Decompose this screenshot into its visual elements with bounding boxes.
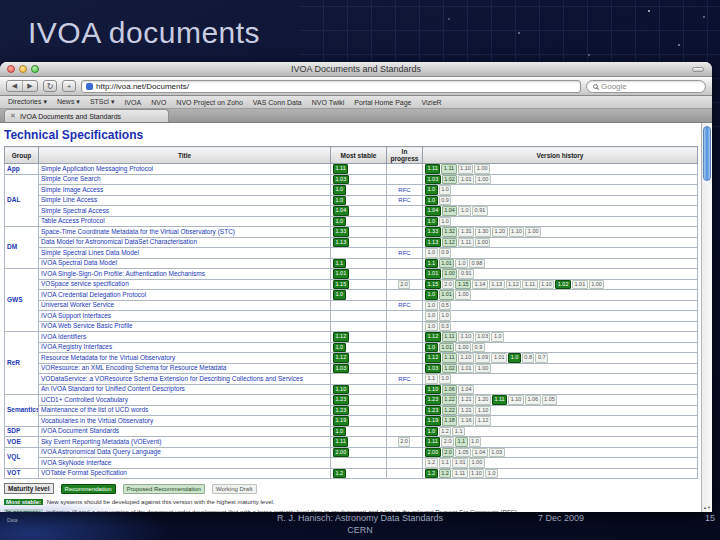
- document-link[interactable]: Vocabularies in the Virtual Observatory: [41, 417, 153, 424]
- document-link[interactable]: Universal Worker Service: [41, 301, 114, 308]
- version-history-cell: 1.01.011.000.9: [423, 342, 698, 353]
- back-button[interactable]: ◀: [7, 81, 22, 91]
- document-link[interactable]: UCD1+ Controlled Vocabulary: [41, 396, 128, 403]
- bookmark-item[interactable]: Portal Home Page: [354, 99, 411, 106]
- document-link[interactable]: Sky Event Reporting Metadata (VOEvent): [41, 438, 161, 445]
- document-link[interactable]: IVOA Document Standards: [41, 427, 119, 434]
- document-link[interactable]: IVOA Single-Sign-On Profile: Authenticat…: [41, 270, 205, 277]
- group-link[interactable]: ReR: [7, 359, 20, 366]
- document-link[interactable]: IVOA Registry Interfaces: [41, 343, 112, 350]
- scrollbar-thumb[interactable]: [703, 126, 711, 181]
- group-link[interactable]: Semantics: [7, 406, 39, 413]
- window-titlebar[interactable]: IVOA Documents and Standards: [0, 62, 712, 77]
- maturity-legend: Maturity level RecommendationProposed Re…: [4, 483, 701, 494]
- most-stable-cell: 1.15: [331, 279, 387, 290]
- most-stable-cell: [331, 458, 387, 469]
- version-box: 1.10: [508, 395, 524, 405]
- document-link[interactable]: IVOA Spectral Data Model: [41, 259, 117, 266]
- bookmark-item[interactable]: VAS Conn Data: [253, 99, 302, 106]
- rfc-link[interactable]: RFC: [398, 250, 410, 256]
- version-box: 1.04: [472, 448, 488, 458]
- document-link[interactable]: Simple Cone Search: [41, 175, 101, 182]
- in-progress-cell: [387, 384, 423, 395]
- version-box: 0.9: [439, 248, 452, 258]
- document-link[interactable]: VOSpace service specification: [41, 280, 129, 287]
- document-link[interactable]: VODataService: a VOResource Schema Exten…: [41, 375, 303, 382]
- document-link[interactable]: Simple Line Access: [41, 196, 97, 203]
- address-bar[interactable]: http://ivoa.net/Documents/: [81, 80, 581, 93]
- group-link[interactable]: VOE: [7, 438, 21, 445]
- document-link[interactable]: Data Model for Astronomical DataSet Char…: [41, 238, 197, 245]
- bookmark-item[interactable]: NVO: [151, 99, 166, 106]
- version-box: 1.13: [333, 238, 349, 248]
- group-link[interactable]: GWS: [7, 296, 23, 303]
- version-box: 1.05: [542, 395, 558, 405]
- table-row: ReRIVOA Identifiers1.121.121.111.101.031…: [5, 332, 698, 343]
- version-box: 1.03: [475, 332, 491, 342]
- document-link[interactable]: An IVOA Standard for Unified Content Des…: [41, 385, 185, 392]
- document-link[interactable]: IVOA SkyNode Interface: [41, 459, 111, 466]
- search-input[interactable]: Google: [586, 80, 706, 93]
- document-link[interactable]: VOTable Format Specification: [41, 469, 127, 476]
- group-link[interactable]: SDP: [7, 427, 20, 434]
- version-history-cell: 1.121.111.101.031.0: [423, 332, 698, 343]
- document-link[interactable]: VOResource: an XML Encoding Schema for R…: [41, 364, 226, 371]
- group-link[interactable]: DAL: [7, 196, 20, 203]
- bookmark-item[interactable]: NVO Project on Zoho: [176, 99, 243, 106]
- rfc-link[interactable]: RFC: [398, 187, 410, 193]
- version-box: 1.10: [475, 406, 491, 416]
- document-link[interactable]: IVOA Astronomical Data Query Language: [41, 448, 161, 455]
- document-link[interactable]: Space-Time Coordinate Metadata for the V…: [41, 228, 235, 235]
- version-history-cell: 1.152.01.151.141.131.121.111.101.021.011…: [423, 279, 698, 290]
- version-box: 1.03: [425, 175, 441, 185]
- version-box: 2.0: [441, 437, 454, 447]
- group-link[interactable]: VQL: [7, 453, 20, 460]
- close-window-icon[interactable]: [7, 65, 15, 73]
- document-link[interactable]: IVOA Credential Delegation Protocol: [41, 291, 146, 298]
- bookmark-item[interactable]: VizieR: [422, 99, 442, 106]
- version-box: 0.5: [439, 301, 452, 311]
- bookmark-item[interactable]: NVO Twiki: [312, 99, 345, 106]
- group-link[interactable]: VOT: [7, 469, 20, 476]
- bookmark-item[interactable]: STScI ▾: [90, 98, 115, 106]
- document-link[interactable]: IVOA Support Interfaces: [41, 312, 111, 319]
- bookmark-item[interactable]: News ▾: [57, 98, 80, 106]
- document-link[interactable]: IVOA Identifiers: [41, 333, 86, 340]
- zoom-window-icon[interactable]: [31, 65, 39, 73]
- group-link[interactable]: DM: [7, 243, 17, 250]
- title-cell: Data Model for Astronomical DataSet Char…: [39, 237, 331, 248]
- rfc-link[interactable]: RFC: [398, 302, 410, 308]
- bookmark-item[interactable]: Directories ▾: [8, 98, 47, 106]
- version-box: 1.0: [425, 185, 438, 195]
- document-link[interactable]: IVOA Web Service Basic Profile: [41, 322, 133, 329]
- document-link[interactable]: Resource Metadata for the Virtual Observ…: [41, 354, 175, 361]
- group-cell: DM: [5, 227, 39, 269]
- document-link[interactable]: Simple Spectral Lines Data Model: [41, 249, 139, 256]
- document-link[interactable]: Simple Image Access: [41, 186, 103, 193]
- minimize-window-icon[interactable]: [19, 65, 27, 73]
- add-bookmark-button[interactable]: +: [62, 80, 76, 92]
- note-prefix: In progress:: [4, 509, 43, 512]
- slide-title: IVOA documents: [28, 16, 260, 50]
- toolbar-toggle-button[interactable]: [692, 67, 704, 72]
- forward-button[interactable]: ▶: [22, 81, 37, 91]
- reload-button[interactable]: ↻: [43, 80, 57, 92]
- document-link[interactable]: Simple Spectral Access: [41, 207, 109, 214]
- version-box: 2.0: [442, 448, 455, 458]
- group-cell: Semantics: [5, 395, 39, 427]
- scrollbar[interactable]: ▲▼: [701, 123, 712, 512]
- rfc-link[interactable]: RFC: [398, 197, 410, 203]
- document-link[interactable]: Simple Application Messaging Protocol: [41, 165, 153, 172]
- document-link[interactable]: Table Access Protocol: [41, 217, 105, 224]
- group-link[interactable]: App: [7, 165, 20, 172]
- bookmark-item[interactable]: IVOA: [124, 99, 141, 106]
- most-stable-cell: 1.01: [331, 269, 387, 280]
- tab-ivoa-documents[interactable]: ✕ IVOA Documents and Standards: [4, 109, 169, 122]
- document-link[interactable]: Maintenance of the list of UCD words: [41, 406, 148, 413]
- tab-close-icon[interactable]: ✕: [10, 112, 16, 120]
- version-box: 1.11: [522, 280, 537, 290]
- version-box: 1.01: [439, 343, 455, 353]
- footer-author-line2: CERN: [160, 525, 560, 537]
- rfc-link[interactable]: RFC: [398, 376, 410, 382]
- scrollbar-arrows[interactable]: ▲▼: [702, 506, 712, 511]
